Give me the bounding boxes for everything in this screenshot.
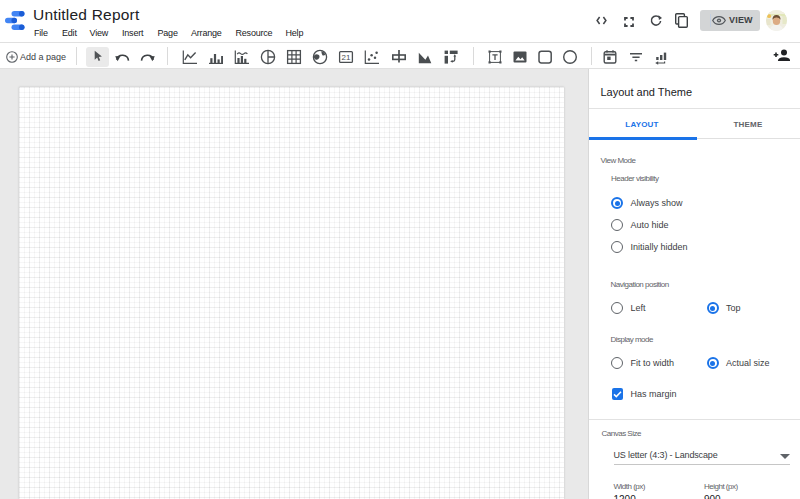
- svg-text:21: 21: [342, 53, 351, 62]
